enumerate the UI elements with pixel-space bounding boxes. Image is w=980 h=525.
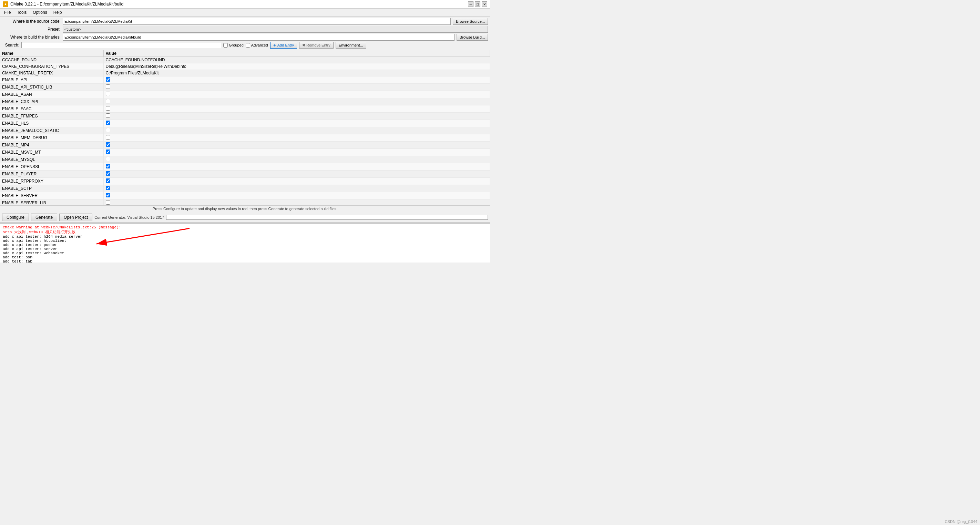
grouped-checkbox-label[interactable]: Grouped xyxy=(223,43,243,48)
table-row[interactable]: CMAKE_CONFIGURATION_TYPESDebug;Release;M… xyxy=(0,64,490,70)
table-row[interactable]: ENABLE_MYSQL xyxy=(0,156,490,163)
row-checkbox[interactable] xyxy=(106,142,110,147)
table-row[interactable]: ENABLE_API_STATIC_LIB xyxy=(0,84,490,91)
row-checkbox[interactable] xyxy=(106,99,110,103)
row-name: CMAKE_CONFIGURATION_TYPES xyxy=(0,64,103,70)
advanced-checkbox-label[interactable]: Advanced xyxy=(246,43,268,48)
row-checkbox[interactable] xyxy=(106,164,110,169)
table-row[interactable]: ENABLE_FFMPEG xyxy=(0,113,490,120)
preset-label: Preset: xyxy=(2,27,60,32)
browse-source-button[interactable]: Browse Source... xyxy=(453,18,488,25)
row-checkbox[interactable] xyxy=(106,106,110,111)
table-row[interactable]: ENABLE_HLS xyxy=(0,120,490,127)
table-row[interactable]: CCACHE_FOUNDCCACHE_FOUND-NOTFOUND xyxy=(0,57,490,64)
row-value[interactable] xyxy=(103,178,490,185)
advanced-label: Advanced xyxy=(251,43,268,47)
add-entry-button[interactable]: ✚ Add Entry xyxy=(270,42,297,49)
row-value[interactable] xyxy=(103,199,490,206)
close-button[interactable]: ✕ xyxy=(482,2,487,7)
table-wrapper[interactable]: Name Value CCACHE_FOUNDCCACHE_FOUND-NOTF… xyxy=(0,50,490,205)
table-row[interactable]: ENABLE_OPENSSL xyxy=(0,163,490,170)
row-value[interactable] xyxy=(103,76,490,84)
table-row[interactable]: ENABLE_ASAN xyxy=(0,91,490,98)
row-name: ENABLE_MYSQL xyxy=(0,156,103,163)
row-value[interactable] xyxy=(103,185,490,192)
table-row[interactable]: ENABLE_SERVER xyxy=(0,192,490,199)
progress-bar xyxy=(166,215,488,220)
table-row[interactable]: ENABLE_API xyxy=(0,76,490,84)
row-checkbox[interactable] xyxy=(106,171,110,176)
row-checkbox[interactable] xyxy=(106,200,110,205)
row-value[interactable] xyxy=(103,149,490,156)
browse-build-button[interactable]: Browse Build... xyxy=(457,34,488,41)
table-row[interactable]: ENABLE_SERVER_LIB xyxy=(0,199,490,206)
row-checkbox[interactable] xyxy=(106,186,110,190)
search-input[interactable] xyxy=(21,42,221,48)
row-checkbox[interactable] xyxy=(106,135,110,140)
row-value: CCACHE_FOUND-NOTFOUND xyxy=(103,57,490,64)
name-column-header: Name xyxy=(0,50,103,57)
row-name: ENABLE_SERVER xyxy=(0,192,103,199)
table-row[interactable]: ENABLE_MEM_DEBUG xyxy=(0,134,490,142)
table-row[interactable]: ENABLE_MP4 xyxy=(0,142,490,149)
row-checkbox[interactable] xyxy=(106,128,110,132)
open-project-button[interactable]: Open Project xyxy=(59,213,92,221)
table-row[interactable]: ENABLE_RTPPROXY xyxy=(0,178,490,185)
table-row[interactable]: ENABLE_FAAC xyxy=(0,105,490,113)
row-checkbox[interactable] xyxy=(106,113,110,118)
row-checkbox[interactable] xyxy=(106,84,110,89)
source-label: Where is the source code: xyxy=(2,19,60,24)
row-value[interactable] xyxy=(103,142,490,149)
row-checkbox[interactable] xyxy=(106,150,110,154)
row-value[interactable] xyxy=(103,113,490,120)
generator-text: Current Generator: Visual Studio 15 2017 xyxy=(94,215,164,220)
row-checkbox[interactable] xyxy=(106,77,110,82)
table-row[interactable]: CMAKE_INSTALL_PREFIXC:/Program Files/ZLM… xyxy=(0,70,490,76)
row-value[interactable] xyxy=(103,127,490,134)
search-row: Search: Grouped Advanced ✚ Add Entry ✖ R… xyxy=(2,42,488,49)
table-row[interactable]: ENABLE_PLAYER xyxy=(0,170,490,178)
minimize-button[interactable]: ─ xyxy=(468,2,474,7)
row-value[interactable] xyxy=(103,120,490,127)
grouped-checkbox[interactable] xyxy=(223,43,228,48)
menu-help[interactable]: Help xyxy=(51,9,65,16)
row-value[interactable] xyxy=(103,98,490,105)
status-bar: Press Configure to update and display ne… xyxy=(0,205,490,212)
environment-button[interactable]: Environment... xyxy=(336,42,366,49)
row-value[interactable] xyxy=(103,192,490,199)
row-value[interactable] xyxy=(103,163,490,170)
table-row[interactable]: ENABLE_CXX_API xyxy=(0,98,490,105)
row-name: ENABLE_MSVC_MT xyxy=(0,149,103,156)
menu-file[interactable]: File xyxy=(2,9,13,16)
row-value[interactable] xyxy=(103,134,490,142)
remove-entry-button[interactable]: ✖ Remove Entry xyxy=(299,42,334,49)
row-value[interactable] xyxy=(103,156,490,163)
table-row[interactable]: ENABLE_SCTP xyxy=(0,185,490,192)
generate-button[interactable]: Generate xyxy=(31,213,57,221)
source-row: Where is the source code: Browse Source.… xyxy=(2,18,488,25)
row-value[interactable] xyxy=(103,84,490,91)
source-path-input[interactable] xyxy=(63,18,451,25)
row-value[interactable] xyxy=(103,91,490,98)
row-name: ENABLE_API xyxy=(0,76,103,84)
row-value[interactable] xyxy=(103,105,490,113)
preset-input[interactable] xyxy=(63,26,488,33)
maximize-button[interactable]: □ xyxy=(475,2,480,7)
row-checkbox[interactable] xyxy=(106,178,110,183)
row-value[interactable] xyxy=(103,170,490,178)
console-area[interactable]: CMake Warning at WebRTC/CMakeLists.txt:2… xyxy=(0,223,490,262)
table-row[interactable]: ENABLE_MSVC_MT xyxy=(0,149,490,156)
build-path-input[interactable] xyxy=(63,34,455,41)
row-checkbox[interactable] xyxy=(106,157,110,161)
menu-options[interactable]: Options xyxy=(30,9,49,16)
row-checkbox[interactable] xyxy=(106,92,110,96)
row-name: ENABLE_CXX_API xyxy=(0,98,103,105)
row-name: ENABLE_MP4 xyxy=(0,142,103,149)
row-checkbox[interactable] xyxy=(106,121,110,125)
table-row[interactable]: ENABLE_JEMALLOC_STATIC xyxy=(0,127,490,134)
row-checkbox[interactable] xyxy=(106,193,110,197)
menu-tools[interactable]: Tools xyxy=(14,9,29,16)
configure-button[interactable]: Configure xyxy=(2,213,29,221)
advanced-checkbox[interactable] xyxy=(246,43,250,48)
table-body: CCACHE_FOUNDCCACHE_FOUND-NOTFOUNDCMAKE_C… xyxy=(0,57,490,206)
